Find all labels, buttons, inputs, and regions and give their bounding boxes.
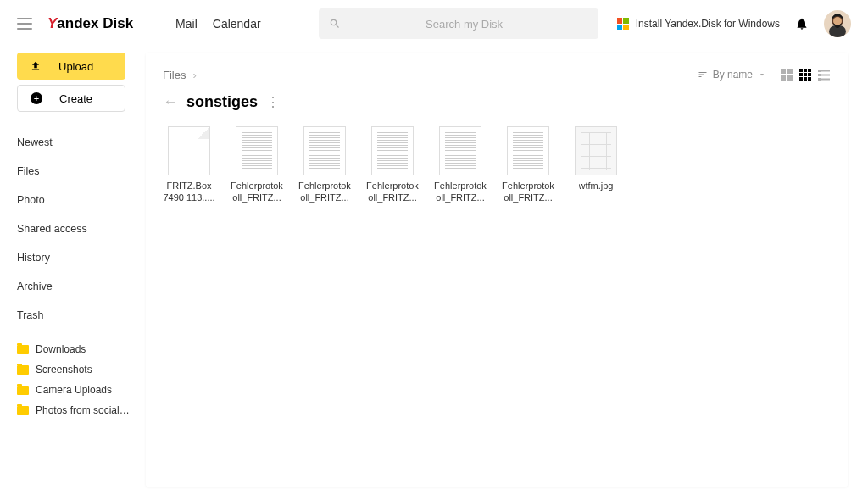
logo-y: Y [47,15,57,32]
upload-label: Upload [58,60,93,73]
file-name: Fehlerprotokoll_FRITZ...02.pdf [298,181,351,204]
file-name: wtfm.jpg [579,181,614,192]
create-button[interactable]: + Create [17,85,125,112]
file-name: Fehlerprotokoll_FRITZ...21.pdf [502,181,554,204]
folder-downloads[interactable]: Downloads [17,343,146,355]
svg-rect-5 [781,75,786,81]
file-thumb [575,126,617,175]
svg-rect-21 [821,79,830,81]
avatar[interactable] [824,10,851,37]
file-name: Fehlerprotokoll_FRITZ...17.pdf [366,181,419,204]
file-item[interactable]: Fehlerprotokoll_FRITZ...02.pdf [298,126,351,204]
nav-photo[interactable]: Photo [17,191,146,209]
view-list[interactable] [817,68,831,81]
logo[interactable]: Yandex Disk [47,15,133,32]
file-item[interactable]: Fehlerprotokoll_FRITZ...19.pdf [434,126,487,204]
svg-rect-6 [787,75,793,81]
sidebar: Upload + Create Newest Files Photo Share… [0,47,146,495]
folder-icon [17,365,29,375]
main-panel: Files › By name ← sonstiges ⋮ [146,53,848,487]
sidebar-nav: Newest Files Photo Shared access History… [17,133,146,325]
install-label: Install Yandex.Disk for Windows [636,18,780,30]
file-name: Fehlerprotokoll_FRITZ...01.pdf [231,181,283,204]
file-item[interactable]: Fehlerprotokoll_FRITZ...01.pdf [231,126,283,204]
svg-rect-15 [808,77,811,81]
page-title: sonstiges [186,93,258,111]
kebab-icon[interactable]: ⋮ [266,96,281,109]
nav-trash[interactable]: Trash [17,306,146,325]
windows-icon [617,18,629,30]
svg-rect-14 [804,77,807,81]
file-item[interactable]: wtfm.jpg [570,126,622,204]
file-item[interactable]: FRITZ.Box 7490 113.....export [163,126,215,204]
file-thumb [371,126,414,175]
view-tiles-small[interactable] [798,68,812,81]
folder-camera-uploads[interactable]: Camera Uploads [17,384,146,396]
calendar-link[interactable]: Calendar [213,17,261,31]
upload-button[interactable]: Upload [17,53,125,80]
install-link[interactable]: Install Yandex.Disk for Windows [617,18,780,30]
title-row: ← sonstiges ⋮ [163,93,831,111]
header: Yandex Disk Mail Calendar Search my Disk… [0,0,868,47]
toolbar-right: By name [698,68,831,81]
svg-rect-3 [781,69,786,74]
nav-files[interactable]: Files [17,162,146,181]
file-thumb [303,126,346,175]
sort-icon [698,70,708,80]
upload-icon [30,60,42,72]
nav-shared[interactable]: Shared access [17,220,146,238]
hamburger-icon[interactable] [17,18,32,30]
nav-newest[interactable]: Newest [17,133,146,152]
svg-rect-4 [787,69,793,74]
svg-rect-9 [808,69,811,72]
sort-button[interactable]: By name [698,69,766,81]
sort-label: By name [713,69,753,81]
header-right: Install Yandex.Disk for Windows [617,10,851,37]
search-placeholder: Search my Disk [341,18,588,31]
file-thumb [507,126,549,175]
search-input[interactable]: Search my Disk [319,8,598,39]
svg-rect-11 [804,73,807,76]
logo-text: andex Disk [57,15,133,32]
svg-rect-20 [818,78,821,81]
file-name: Fehlerprotokoll_FRITZ...19.pdf [434,181,487,204]
file-item[interactable]: Fehlerprotokoll_FRITZ...17.pdf [366,126,419,204]
breadcrumb-root: Files [163,69,186,81]
notifications-icon[interactable] [795,17,809,31]
folder-icon [17,406,29,415]
chevron-down-icon [758,70,766,79]
file-item[interactable]: Fehlerprotokoll_FRITZ...21.pdf [502,126,554,204]
header-links: Mail Calendar [175,17,261,31]
folder-screenshots[interactable]: Screenshots [17,364,146,375]
svg-rect-17 [821,70,830,72]
breadcrumb[interactable]: Files › [163,69,197,81]
folder-icon [17,345,29,354]
mail-link[interactable]: Mail [175,17,198,31]
svg-rect-8 [804,69,807,72]
svg-rect-13 [799,77,803,81]
view-switcher [780,68,831,81]
file-thumb [236,126,278,175]
back-arrow-icon[interactable]: ← [163,93,178,111]
folder-social-photos[interactable]: Photos from social ... [17,404,146,416]
file-thumb [439,126,481,175]
chevron-right-icon: › [192,69,196,81]
svg-rect-19 [821,75,830,76]
body: Upload + Create Newest Files Photo Share… [0,47,868,495]
file-name: FRITZ.Box 7490 113.....export [163,181,215,204]
svg-rect-10 [799,73,803,76]
file-thumb [168,126,210,175]
svg-rect-12 [808,73,811,76]
sidebar-folders: Downloads Screenshots Camera Uploads Pho… [17,343,146,416]
toolbar-row: Files › By name [163,68,831,81]
svg-rect-7 [799,69,803,72]
plus-icon: + [31,92,42,104]
create-label: Create [59,92,92,105]
nav-history[interactable]: History [17,248,146,267]
svg-rect-16 [818,70,821,72]
nav-archive[interactable]: Archive [17,277,146,296]
view-tiles-large[interactable] [780,68,793,81]
search-icon [329,18,341,30]
folder-icon [17,386,29,395]
svg-rect-18 [818,74,821,76]
